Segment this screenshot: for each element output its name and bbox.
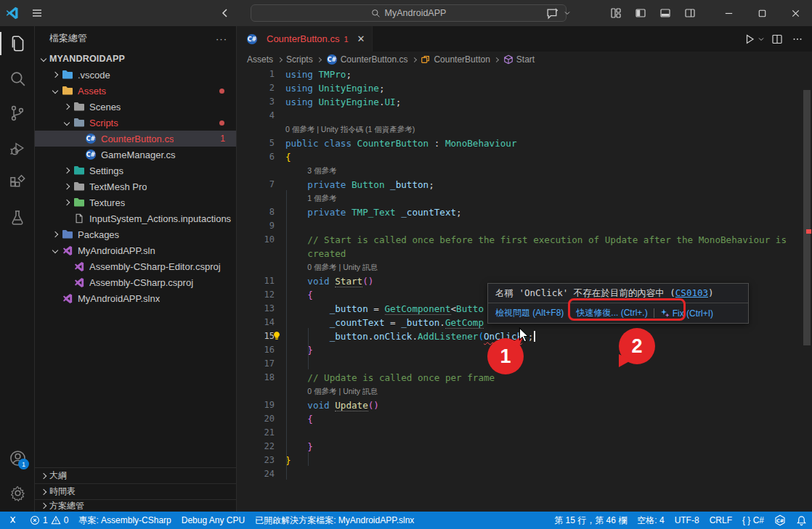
tree-item-assets[interactable]: Assets xyxy=(35,83,236,99)
codelens-label[interactable]: 0 個參考 | Unity 指令碼 (1 個資產參考) xyxy=(285,123,415,136)
codelens-row[interactable]: 0 個參考 | Unity 訊息 xyxy=(237,261,802,274)
tree-item-assembly-csharp-csproj[interactable]: Assembly-CSharp.csproj xyxy=(35,274,236,290)
status-encoding[interactable]: UTF-8 xyxy=(670,512,705,529)
tree-item-textures[interactable]: Textures xyxy=(35,194,236,210)
back-icon[interactable] xyxy=(215,3,235,23)
tab-counterbutton[interactable]: C# CounterButton.cs 1 ✕ xyxy=(237,26,373,52)
close-button[interactable] xyxy=(779,0,812,26)
status-eol[interactable]: CRLF xyxy=(705,512,737,529)
codelens-row[interactable]: 0 個參考 | Unity 指令碼 (1 個資產參考) xyxy=(237,123,802,136)
code-line-9[interactable]: 9 xyxy=(237,219,802,233)
run-dropdown-icon[interactable] xyxy=(757,30,766,48)
activitybar-source-control[interactable] xyxy=(0,96,35,131)
code-line-2[interactable]: 2using UnityEngine; xyxy=(237,81,802,95)
chevron-right-icon[interactable] xyxy=(49,69,61,81)
tree-item-myandroidapp-slnx[interactable]: MyAndroidAPP.slnx xyxy=(35,290,236,306)
copilot-chat-icon[interactable] xyxy=(542,3,562,23)
tree-item-textmesh-pro[interactable]: TextMesh Pro xyxy=(35,179,236,194)
code-line-20[interactable]: 20 { xyxy=(237,412,802,426)
status-problems[interactable]: 10 xyxy=(25,512,73,529)
code-line-1[interactable]: 1using TMPro; xyxy=(237,67,802,81)
code-line-3[interactable]: 3using UnityEngine.UI; xyxy=(237,95,802,109)
chevron-right-icon[interactable] xyxy=(61,101,73,112)
status-cursor-position[interactable]: 第 15 行，第 46 欄 xyxy=(549,512,632,529)
tree-item-gamemanager-cs[interactable]: C#GameManager.cs xyxy=(35,147,236,163)
code-line-4[interactable]: 4 xyxy=(237,109,802,123)
breadcrumb-start[interactable]: Start xyxy=(503,54,535,65)
minimize-button[interactable] xyxy=(712,0,745,26)
codelens-label[interactable]: 3 個參考 xyxy=(285,164,337,178)
codelens-label[interactable]: 0 個參考 | Unity 訊息 xyxy=(285,385,378,398)
run-icon[interactable] xyxy=(741,30,758,48)
tree-item-settings[interactable]: Settings xyxy=(35,163,236,179)
tree-item-scenes[interactable]: Scenes xyxy=(35,99,236,115)
tree-item-assembly-csharp-editor-csproj[interactable]: Assembly-CSharp-Editor.csproj xyxy=(35,258,236,274)
scrollbar-slider[interactable] xyxy=(803,90,811,345)
chevron-right-icon[interactable] xyxy=(61,197,73,208)
lightbulb-icon[interactable] xyxy=(272,331,282,341)
activitybar-settings-gear[interactable] xyxy=(0,475,35,510)
chevron-down-icon[interactable] xyxy=(49,245,61,256)
code-line-6[interactable]: 6{ xyxy=(237,150,802,164)
codelens-row[interactable]: 1 個參考 xyxy=(237,192,802,205)
sidebar-section-時間表[interactable]: 時間表 xyxy=(35,483,236,499)
tree-item-scripts[interactable]: Scripts xyxy=(35,115,236,131)
code-line-5[interactable]: 5public class CounterButton : MonoBehavi… xyxy=(237,136,802,150)
layout-customize-icon[interactable] xyxy=(606,3,626,23)
tree-item-myandroidapp[interactable]: MYANDROIDAPP xyxy=(35,51,236,67)
tree-item--vscode[interactable]: .vscode xyxy=(35,67,236,83)
status-csharp-status[interactable]: C# xyxy=(769,512,791,529)
status-project[interactable]: 專案: Assembly-CSharp xyxy=(73,512,176,529)
breadcrumb-assets[interactable]: Assets xyxy=(247,54,273,65)
toggle-panel-icon[interactable] xyxy=(655,3,675,23)
chevron-right-icon[interactable] xyxy=(61,181,73,192)
activitybar-run-debug[interactable] xyxy=(0,131,35,165)
status-notifications[interactable] xyxy=(791,512,812,529)
chevron-right-icon[interactable] xyxy=(61,165,73,176)
status-indentation[interactable]: 空格: 4 xyxy=(632,512,669,529)
activitybar-explorer[interactable] xyxy=(0,26,35,61)
breadcrumb-scripts[interactable]: Scripts xyxy=(286,54,313,65)
chevron-down-icon[interactable] xyxy=(49,85,61,97)
codelens-row[interactable]: 3 個參考 xyxy=(237,164,802,178)
code-line-22[interactable]: 22 } xyxy=(237,440,802,454)
code-line-23[interactable]: 23} xyxy=(237,454,802,467)
tree-item-inputsystem-actions-inputactions[interactable]: InputSystem_Actions.inputactions xyxy=(35,210,236,226)
sidebar-section-大綱[interactable]: 大綱 xyxy=(35,467,236,483)
code-line-7[interactable]: 7 private Button _button; xyxy=(237,178,802,192)
copilot-chevron-icon[interactable] xyxy=(562,3,572,23)
code-line-19[interactable]: 19 void Update() xyxy=(237,398,802,412)
code-line-wrap[interactable]: created xyxy=(237,247,802,261)
activitybar-extensions[interactable] xyxy=(0,165,35,200)
code-line-24[interactable]: 24 xyxy=(237,467,802,481)
menu-icon[interactable] xyxy=(25,7,49,19)
codelens-label[interactable]: 1 個參考 xyxy=(285,192,337,205)
codelens-label[interactable]: 0 個參考 | Unity 訊息 xyxy=(285,261,378,274)
popup-action-peek-problem[interactable]: 檢視問題 (Alt+F8) xyxy=(495,307,564,319)
editor-scrollbar[interactable] xyxy=(802,52,812,512)
tree-item-packages[interactable]: Packages xyxy=(35,226,236,242)
sidebar-section-方案總管[interactable]: 方案總管 xyxy=(35,499,236,512)
breadcrumb-counterbutton-cs[interactable]: C#CounterButton.cs xyxy=(326,54,408,65)
code-line-10[interactable]: 10 // Start is called once before the fi… xyxy=(237,233,802,247)
status-remote-indicator[interactable] xyxy=(0,512,25,529)
search-input[interactable]: MyAndroidAPP xyxy=(251,4,567,22)
code-line-8[interactable]: 8 private TMP_Text _countText; xyxy=(237,205,802,219)
activitybar-search[interactable] xyxy=(0,61,35,96)
more-actions-icon[interactable] xyxy=(789,30,806,48)
chevron-right-icon[interactable] xyxy=(49,229,61,240)
chevron-down-icon[interactable] xyxy=(38,53,49,65)
breadcrumb-counterbutton[interactable]: CounterButton xyxy=(421,54,490,65)
codelens-row[interactable]: 0 個參考 | Unity 訊息 xyxy=(237,385,802,398)
sidebar-more-icon[interactable]: ··· xyxy=(216,33,227,44)
activitybar-account[interactable]: 1 xyxy=(0,440,35,475)
split-editor-icon[interactable] xyxy=(768,30,786,48)
activitybar-testing[interactable] xyxy=(0,200,35,235)
toggle-secondary-sidebar-icon[interactable] xyxy=(680,3,700,23)
code-line-18[interactable]: 18 // Update is called once per frame xyxy=(237,371,802,385)
code-line-21[interactable]: 21 xyxy=(237,426,802,440)
status-build-config[interactable]: Debug Any CPU xyxy=(176,512,250,529)
error-code-link[interactable]: CS0103 xyxy=(675,287,708,298)
chevron-down-icon[interactable] xyxy=(61,117,73,128)
toggle-primary-sidebar-icon[interactable] xyxy=(630,3,651,23)
